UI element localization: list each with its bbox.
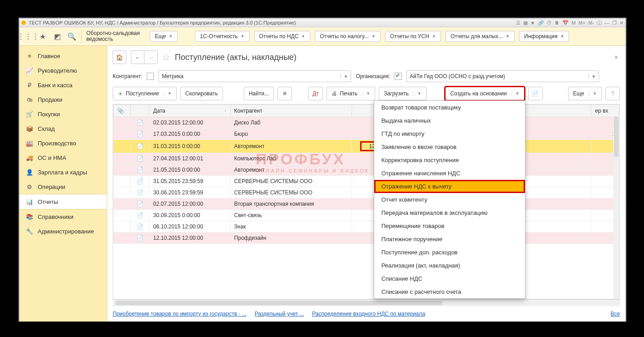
table-row[interactable]: 📄31.03.2015 0:00:00Авторемонт120 000,00р… — [114, 140, 619, 153]
title-icon[interactable]: ⏱ — [547, 20, 552, 25]
find-button[interactable]: Найти... — [244, 87, 274, 100]
reports-nds-button[interactable]: Отчеты по НДС▼ — [254, 31, 311, 42]
copy-button[interactable]: Скопировать — [180, 87, 223, 100]
related-button[interactable]: 📄 — [528, 87, 543, 100]
forward-button[interactable]: → — [144, 50, 158, 64]
dropdown-item[interactable]: Заявление о ввозе товаров — [374, 140, 525, 154]
dropdown-item[interactable]: Отражение НДС к вычету — [374, 180, 525, 193]
info-icon[interactable]: ⓘ — [597, 20, 602, 26]
link-nds-dist[interactable]: Распределение входного НДС по материала — [312, 311, 425, 317]
create-based-on-button[interactable]: Создать на основании▼ — [445, 87, 524, 100]
minimize-icon[interactable]: — — [604, 20, 609, 25]
sidebar-item[interactable]: ≡Главное — [20, 49, 107, 63]
create-button[interactable]: ＋Поступление▼ — [113, 87, 177, 100]
table-row[interactable]: 📄17.03.2015 0:00:00Бюро141 600,00рНЕ ПРА… — [114, 129, 619, 140]
title-icon[interactable]: 🖩 — [555, 20, 560, 25]
print-button[interactable]: 🖨 Печать▼ — [327, 87, 375, 100]
dropdown-item[interactable]: Корректировка поступления — [374, 154, 525, 167]
dt-kt-button[interactable]: Дт — [308, 87, 323, 100]
vertical-scrollbar[interactable] — [613, 116, 619, 299]
sidebar-item[interactable]: 📈Руководителю — [20, 63, 107, 78]
sidebar-item[interactable]: 📦Склад — [20, 121, 107, 136]
memory-mplus[interactable]: M+ — [579, 20, 586, 25]
sidebar-item[interactable]: ₽Банк и касса — [20, 78, 107, 92]
sidebar-item[interactable]: 🔧Администрирование — [20, 224, 107, 238]
history-icon[interactable]: ◩ — [52, 31, 62, 41]
table-row[interactable]: 📄06.10.2015 12:00:00Знак106 200,00рВОЗВР — [114, 221, 619, 233]
table-row[interactable]: 📄02.03.2015 12:00:00Диско Лаб31 185,00рТ… — [114, 117, 619, 129]
more-button[interactable]: Еще▼ — [150, 31, 178, 42]
table-row[interactable]: 📄31.05.2015 23:59:59СЕРВЕРНЫЕ СИСТЕМЫ ОО… — [114, 176, 619, 187]
sidebar-item[interactable]: 🛍Продажи — [20, 92, 107, 107]
memory-m[interactable]: M — [571, 20, 575, 25]
reports-small-button[interactable]: Отчеты для малых...▼ — [446, 31, 515, 42]
dropdown-icon[interactable]: ▼ — [588, 74, 596, 79]
sidebar-item[interactable]: 📊Отчеты — [20, 194, 107, 209]
title-icon[interactable]: ▦ — [523, 20, 528, 26]
reports-usn-button[interactable]: Отчеты по УСН▼ — [385, 31, 441, 42]
help-button[interactable]: ? — [605, 87, 620, 100]
col-kontragent[interactable]: Контрагент — [230, 105, 352, 117]
close-icon[interactable]: ✕ — [619, 20, 624, 26]
title-icon[interactable]: ☰ — [516, 20, 520, 26]
clear-filter-button[interactable]: ✖ — [277, 87, 292, 100]
col-numvh[interactable]: ер вх — [591, 105, 619, 117]
info-button[interactable]: Информация▼ — [519, 31, 569, 42]
osv-link[interactable]: Оборотно-сальдовая ведомость — [86, 30, 145, 42]
kontragent-checkbox[interactable] — [147, 73, 154, 80]
dropdown-item[interactable]: Реализация (акт, накладная) — [374, 259, 525, 272]
dropdown-item[interactable]: Отчет комитенту — [374, 193, 525, 206]
dropdown-item[interactable]: Отражение начисления НДС — [374, 167, 525, 180]
back-button[interactable]: ← — [131, 50, 144, 64]
col-attachment[interactable]: 📎 — [114, 105, 131, 117]
search-icon[interactable]: 🔍 — [67, 31, 77, 41]
sidebar-item[interactable]: 📚Справочники — [20, 209, 107, 224]
table-row[interactable]: 📄12.10.2015 12:00:00Профдизайн140 000,00… — [114, 233, 619, 244]
dropdown-item[interactable]: ГТД по импорту — [374, 127, 525, 140]
reports-1c-button[interactable]: 1С-Отчетность▼ — [195, 31, 249, 42]
home-button[interactable]: 🏠 — [113, 50, 126, 64]
org-checkbox[interactable] — [395, 73, 402, 80]
dropdown-item[interactable]: Платежное поручение — [374, 233, 525, 246]
horizontal-scrollbar[interactable] — [113, 299, 620, 306]
title-icon[interactable]: ★ — [530, 20, 535, 26]
title-icon[interactable]: 📅 — [562, 20, 569, 26]
maximize-icon[interactable]: ❐ — [612, 20, 617, 26]
sidebar-item[interactable]: 🚚ОС и НМА — [20, 150, 107, 165]
dropdown-item[interactable]: Списание с расчетного счета — [374, 285, 525, 298]
table-row[interactable]: 📄27.04.2015 12:00:01Компьютерс Лаб651 93… — [114, 153, 619, 164]
dropdown-item[interactable]: Перемещение товаров — [374, 219, 525, 233]
link-all[interactable]: Все — [610, 311, 620, 317]
sidebar-item[interactable]: 🛒Покупки — [20, 107, 107, 121]
reports-tax-button[interactable]: Отчеты по налогу...▼ — [315, 31, 381, 42]
table-row[interactable]: 📄30.06.2015 23:59:59СЕРВЕРНЫЕ СИСТЕМЫ ОО… — [114, 187, 619, 198]
row-status-icon: 📄 — [130, 164, 149, 176]
dropdown-item[interactable]: Возврат товаров поставщику — [374, 101, 525, 114]
dropdown-item[interactable]: Поступление доп. расходов — [374, 246, 525, 259]
data-grid[interactable]: 📎 Дата↓ Контрагент Сумма Е... Комменн ер… — [113, 104, 620, 299]
more-toolbar-button[interactable]: Еще▼ — [568, 87, 602, 100]
table-row[interactable]: 📄30.09.2015 0:00:00Свет-связь21 228,20рЗ… — [114, 210, 619, 221]
page-close-icon[interactable]: × — [614, 54, 620, 61]
col-status[interactable] — [130, 105, 149, 117]
load-button[interactable]: Загрузить▼ — [379, 87, 426, 100]
title-icon[interactable]: 🔗 — [538, 20, 544, 26]
table-row[interactable]: 📄02.07.2015 12:00:00Вторая транспортная … — [114, 198, 619, 210]
table-row[interactable]: 📄21.05.2015 0:00:00Авторемонт30 000,00р"… — [114, 164, 619, 176]
favorites-icon[interactable]: ★ — [38, 31, 48, 41]
col-date[interactable]: Дата↓ — [149, 105, 230, 117]
sidebar-item[interactable]: ⚙Операции — [20, 179, 107, 194]
link-import[interactable]: Приобретение товаров по импорту из госуд… — [113, 311, 247, 317]
dropdown-item[interactable]: Списание НДС — [374, 272, 525, 285]
sidebar-item[interactable]: 🏭Производство — [20, 136, 107, 150]
favorite-star-icon[interactable]: ☆ — [162, 52, 170, 63]
kontragent-input[interactable]: Метрика ▼ — [159, 70, 351, 82]
org-input[interactable]: АйТи Гид ООО (ОСНО с разд.учетом) ▼ — [406, 70, 599, 82]
dropdown-icon[interactable]: ▼ — [340, 74, 348, 79]
apps-icon[interactable]: ⋮⋮⋮ — [23, 31, 33, 41]
dropdown-item[interactable]: Передача материалов в эксплуатацию — [374, 206, 525, 219]
sidebar-item[interactable]: 👤Зарплата и кадры — [20, 165, 107, 179]
link-split[interactable]: Раздельный учет ... — [255, 311, 304, 317]
dropdown-item[interactable]: Выдача наличных — [374, 114, 525, 127]
memory-mminus[interactable]: M- — [588, 20, 594, 25]
